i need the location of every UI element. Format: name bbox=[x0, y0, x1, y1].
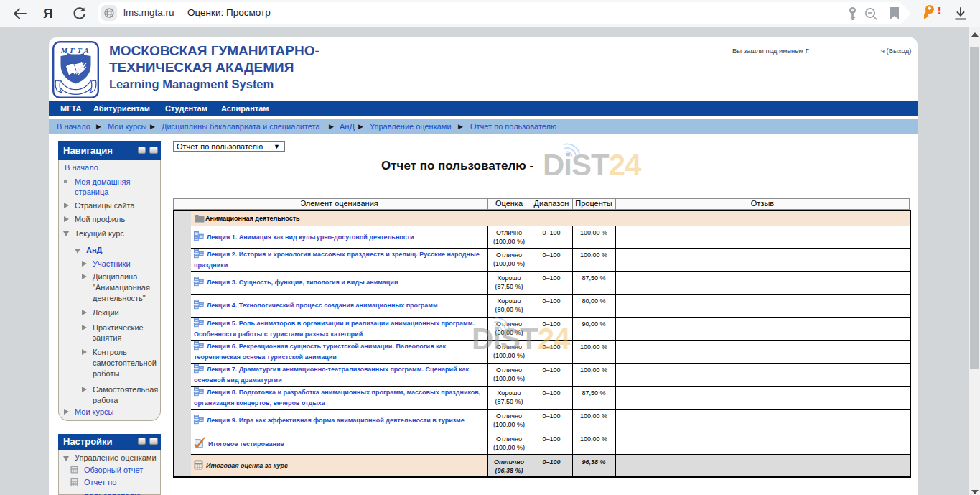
svg-text:МГТА: МГТА bbox=[60, 47, 91, 55]
svg-text:!: ! bbox=[938, 5, 941, 16]
